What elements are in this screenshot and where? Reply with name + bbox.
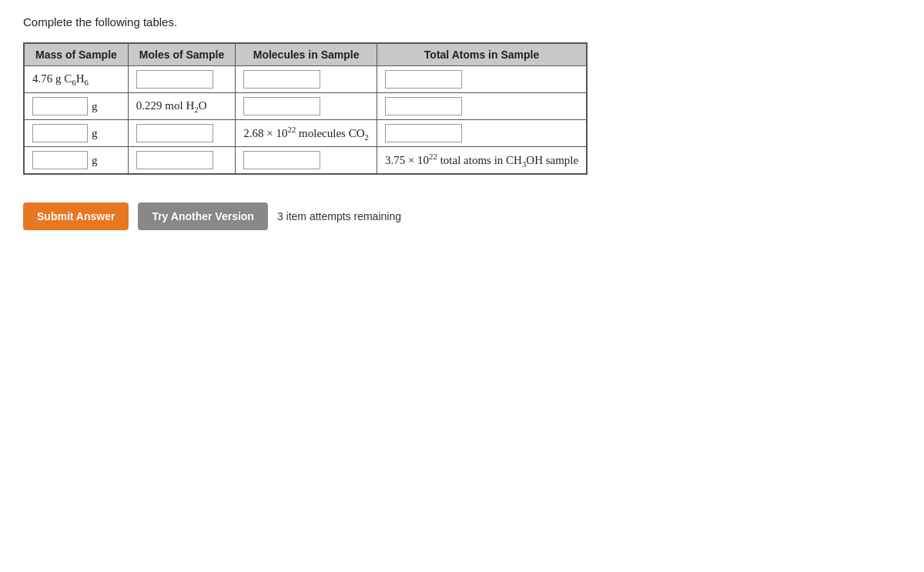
total-input-3[interactable]: [385, 124, 462, 142]
cell-mass-4: g: [25, 147, 129, 174]
submit-answer-button[interactable]: Submit Answer: [23, 202, 129, 230]
mass-input-4[interactable]: [32, 151, 88, 169]
attempts-remaining: 3 item attempts remaining: [277, 210, 401, 222]
molecules-input-1[interactable]: [243, 70, 320, 89]
molecules-given-3: 2.68 × 1022 molecules CO2: [243, 127, 369, 139]
cell-total-1: [377, 66, 586, 93]
cell-molecules-2: [236, 93, 377, 120]
col-header-total: Total Atoms in Sample: [377, 44, 586, 66]
moles-input-4[interactable]: [136, 151, 213, 169]
mass-input-3[interactable]: [32, 124, 88, 142]
cell-molecules-1: [236, 66, 377, 93]
button-row: Submit Answer Try Another Version 3 item…: [23, 202, 901, 230]
cell-total-2: [377, 93, 586, 120]
page-instruction: Complete the following tables.: [23, 15, 901, 28]
cell-moles-3: [128, 120, 235, 147]
table-row: 4.76 g C6H6: [25, 66, 587, 93]
cell-molecules-4: [236, 147, 377, 174]
try-another-version-button[interactable]: Try Another Version: [138, 202, 268, 230]
cell-moles-1: [128, 66, 235, 93]
cell-mass-2: g: [25, 93, 129, 120]
mass-unit-4: g: [92, 154, 98, 167]
cell-mass-1: 4.76 g C6H6: [25, 66, 129, 93]
col-header-mass: Mass of Sample: [25, 44, 129, 66]
moles-given-2: 0.229 mol H2O: [136, 99, 207, 112]
chemistry-table: Mass of Sample Moles of Sample Molecules…: [24, 43, 587, 174]
cell-moles-2: 0.229 mol H2O: [128, 93, 235, 120]
table-row: g 2.68 × 1022 molecules CO2: [25, 120, 587, 147]
molecules-input-4[interactable]: [243, 151, 320, 169]
cell-molecules-3: 2.68 × 1022 molecules CO2: [236, 120, 377, 147]
col-header-molecules: Molecules in Sample: [236, 44, 377, 66]
mass-unit-2: g: [92, 100, 98, 113]
col-header-moles: Moles of Sample: [128, 44, 235, 66]
mass-unit-3: g: [92, 127, 98, 140]
cell-total-3: [377, 120, 586, 147]
mass-input-2[interactable]: [32, 97, 88, 115]
total-given-4: 3.75 × 1022 total atoms in CH3OH sample: [385, 154, 578, 166]
total-input-1[interactable]: [385, 70, 462, 89]
mass-given-1: 4.76 g C6H6: [32, 72, 89, 85]
table-row: g 0.229 mol H2O: [25, 93, 587, 120]
cell-mass-3: g: [25, 120, 129, 147]
cell-total-4: 3.75 × 1022 total atoms in CH3OH sample: [377, 147, 586, 174]
molecules-input-2[interactable]: [243, 97, 320, 115]
moles-input-1[interactable]: [136, 70, 213, 89]
cell-moles-4: [128, 147, 235, 174]
chemistry-table-wrapper: Mass of Sample Moles of Sample Molecules…: [23, 42, 588, 175]
table-row: g 3.75 × 1022 total atoms in CH3OH sampl…: [25, 147, 587, 174]
total-input-2[interactable]: [385, 97, 462, 115]
moles-input-3[interactable]: [136, 124, 213, 142]
